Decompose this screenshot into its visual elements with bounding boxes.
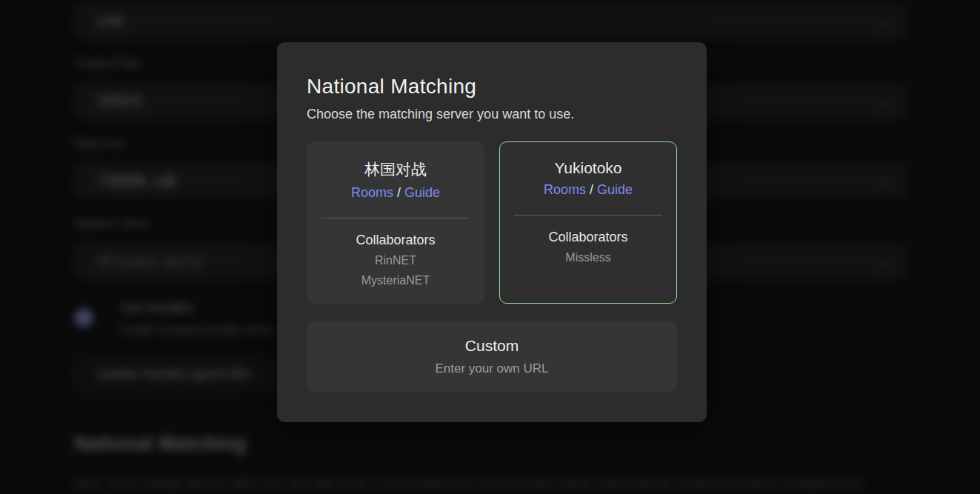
link-separator: / [590,182,597,197]
dialog-title: National Matching [307,75,677,99]
card-divider [321,218,470,218]
custom-card-title: Custom [465,337,519,355]
collaborator-name: RinNET [307,253,484,268]
national-matching-dialog: National Matching Choose the matching se… [277,42,707,422]
custom-card-subtitle: Enter your own URL [435,361,548,376]
custom-server-card[interactable]: Custom Enter your own URL [307,321,677,392]
guide-link[interactable]: Guide [597,182,633,197]
server-card-linguoduizhan[interactable]: 林国对战 Rooms / Guide Collaborators RinNET … [307,141,484,304]
dialog-subtitle: Choose the matching server you want to u… [307,107,677,122]
server-name: Yukiotoko [500,159,676,177]
server-links: Rooms / Guide [307,185,484,201]
modal-overlay[interactable]: National Matching Choose the matching se… [0,0,980,494]
card-divider [514,215,662,216]
collaborator-name: MysteriaNET [307,273,484,288]
server-name: 林国对战 [307,159,484,180]
collaborators-label: Collaborators [307,233,484,248]
collaborators-label: Collaborators [500,230,676,245]
rooms-link[interactable]: Rooms [351,185,393,200]
collaborator-name: Missless [500,250,676,265]
link-separator: / [397,185,404,200]
server-links: Rooms / Guide [500,182,676,198]
server-cards-row: 林国对战 Rooms / Guide Collaborators RinNET … [307,141,677,304]
rooms-link[interactable]: Rooms [544,182,586,197]
server-card-yukiotoko[interactable]: Yukiotoko Rooms / Guide Collaborators Mi… [499,141,677,304]
guide-link[interactable]: Guide [404,185,440,200]
